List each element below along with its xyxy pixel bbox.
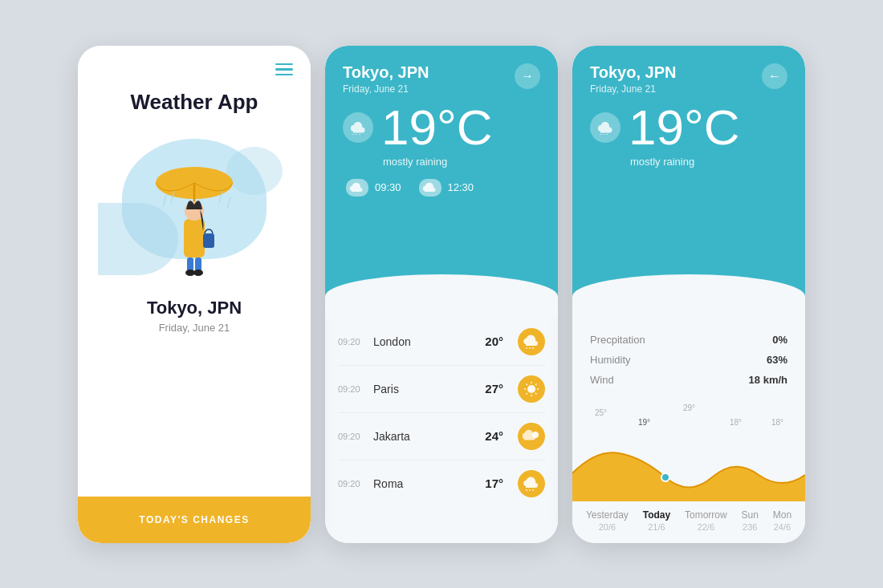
- cities-list: 09:20 London 20° 09:20 Paris 27°: [325, 318, 558, 543]
- precipitation-value: 0%: [772, 334, 787, 346]
- wind-row: Wind 18 km/h: [590, 370, 787, 390]
- city-row-london[interactable]: 09:20 London 20°: [338, 318, 545, 366]
- svg-line-9: [163, 195, 166, 207]
- svg-rect-8: [203, 233, 214, 248]
- svg-point-40: [661, 473, 669, 481]
- screen-details: Tokyo, JPN Friday, June 21 ← 19°C mostly…: [572, 46, 805, 543]
- jakarta-weather-icon: [518, 423, 545, 450]
- wave-divider: [325, 274, 558, 318]
- weather-condition-icon: [343, 112, 373, 143]
- details-city-info: Tokyo, JPN Friday, June 21: [590, 63, 676, 95]
- svg-point-7: [193, 270, 203, 276]
- day-tab-mon[interactable]: Mon 24/6: [773, 509, 791, 532]
- roma-temp: 17°: [485, 476, 503, 490]
- svg-text:18°: 18°: [730, 418, 742, 427]
- details-temperature: 19°C: [629, 103, 740, 152]
- app-title: Weather App: [131, 90, 258, 115]
- header-city-info: Tokyo, JPN Friday, June 21: [343, 63, 429, 95]
- header-top: Tokyo, JPN Friday, June 21 →: [343, 63, 540, 95]
- svg-rect-2: [184, 219, 205, 258]
- day-tab-today[interactable]: Today 21/6: [643, 509, 670, 532]
- paris-time: 09:20: [338, 384, 367, 394]
- details-header-wave: [572, 270, 805, 318]
- details-weather-icon: [590, 112, 621, 143]
- time-2: 12:30: [448, 181, 474, 193]
- details-description: mostly raining: [630, 156, 787, 168]
- tomorrow-date: 22/6: [698, 522, 714, 532]
- menu-icon[interactable]: [275, 63, 293, 76]
- svg-line-25: [535, 393, 537, 395]
- svg-line-12: [227, 197, 230, 209]
- roma-time: 09:20: [338, 479, 367, 489]
- city-row-roma[interactable]: 09:20 Roma 17°: [338, 460, 545, 507]
- day-tab-tomorrow[interactable]: Tomorrow 22/6: [685, 509, 727, 532]
- city-date: Friday, June 21: [159, 322, 230, 334]
- today-date: 21/6: [648, 522, 665, 532]
- london-temp: 20°: [485, 335, 503, 348]
- time-1: 09:30: [375, 181, 401, 193]
- svg-line-26: [535, 383, 537, 385]
- time-icons: 09:30 12:30: [346, 179, 540, 197]
- humidity-row: Humidity 63%: [590, 350, 787, 370]
- weather-details: Precpitation 0% Humidity 63% Wind 18 km/…: [572, 318, 805, 401]
- jakarta-name: Jakarta: [373, 430, 478, 443]
- city-row-paris[interactable]: 09:20 Paris 27°: [338, 366, 545, 413]
- day-tab-sun[interactable]: Sun 236: [742, 509, 759, 532]
- temperature-display: 19°C: [381, 103, 493, 152]
- back-arrow-button[interactable]: ←: [762, 63, 787, 89]
- day-tabs: Yesterday 20/6 Today 21/6 Tomorrow 22/6 …: [572, 501, 805, 543]
- details-date: Friday, June 21: [590, 83, 676, 95]
- humidity-label: Humidity: [590, 354, 631, 366]
- header-city: Tokyo, JPN: [343, 63, 429, 82]
- london-time: 09:20: [338, 337, 367, 347]
- paris-weather-icon: [518, 375, 545, 403]
- roma-weather-icon: [518, 470, 545, 497]
- illustration: [106, 123, 283, 283]
- tomorrow-label: Tomorrow: [685, 509, 727, 521]
- precipitation-row: Precpitation 0%: [590, 330, 787, 350]
- todays-changes-button[interactable]: TODAY'S CHANGES: [78, 497, 311, 543]
- cloud-icon-2: [419, 179, 442, 197]
- time-item-2: 12:30: [419, 179, 474, 197]
- svg-text:29°: 29°: [683, 403, 695, 412]
- details-wave-divider: [572, 274, 805, 318]
- london-weather-icon: [518, 328, 545, 355]
- city-row-jakarta[interactable]: 09:20 Jakarta 24°: [338, 413, 545, 460]
- sun-date: 236: [743, 522, 757, 532]
- details-weather-header: Tokyo, JPN Friday, June 21 ← 19°C mostly…: [572, 46, 805, 270]
- roma-name: Roma: [373, 477, 478, 490]
- mon-label: Mon: [773, 509, 791, 521]
- next-arrow-button[interactable]: →: [515, 63, 540, 89]
- jakarta-time: 09:20: [338, 432, 367, 441]
- screen-welcome: Weather App: [78, 46, 311, 543]
- humidity-value: 63%: [767, 354, 787, 366]
- details-header-top: Tokyo, JPN Friday, June 21 ←: [590, 63, 787, 95]
- details-temp-row: 19°C: [590, 103, 787, 152]
- svg-text:25°: 25°: [595, 408, 607, 417]
- screen-city-list: Tokyo, JPN Friday, June 21 → 19°C mostly…: [325, 46, 558, 543]
- day-tab-yesterday[interactable]: Yesterday 20/6: [586, 509, 629, 532]
- cloud-icon-1: [346, 179, 368, 197]
- temperature-row: 19°C: [343, 103, 540, 152]
- today-label: Today: [643, 509, 670, 521]
- svg-text:19°: 19°: [638, 418, 650, 427]
- svg-text:18°: 18°: [771, 418, 783, 427]
- temperature-chart: 25° 19° 29° 18° 18° Yesterday 20/6 Today…: [572, 401, 805, 543]
- svg-point-19: [527, 385, 535, 393]
- details-city: Tokyo, JPN: [590, 63, 676, 82]
- city-name: Tokyo, JPN: [147, 298, 242, 318]
- mon-date: 24/6: [774, 522, 791, 532]
- paris-name: Paris: [373, 383, 478, 395]
- sun-label: Sun: [742, 509, 759, 521]
- london-name: London: [373, 335, 478, 348]
- time-item-1: 09:30: [346, 179, 401, 197]
- weather-description: mostly raining: [383, 156, 540, 168]
- jakarta-temp: 24°: [485, 429, 503, 443]
- yesterday-date: 20/6: [599, 522, 616, 532]
- chart-svg: 25° 19° 29° 18° 18°: [572, 401, 805, 505]
- wind-value: 18 km/h: [749, 374, 787, 386]
- precipitation-label: Precpitation: [590, 334, 645, 346]
- top-nav: [78, 46, 311, 76]
- svg-line-27: [527, 393, 528, 395]
- yesterday-label: Yesterday: [586, 509, 629, 521]
